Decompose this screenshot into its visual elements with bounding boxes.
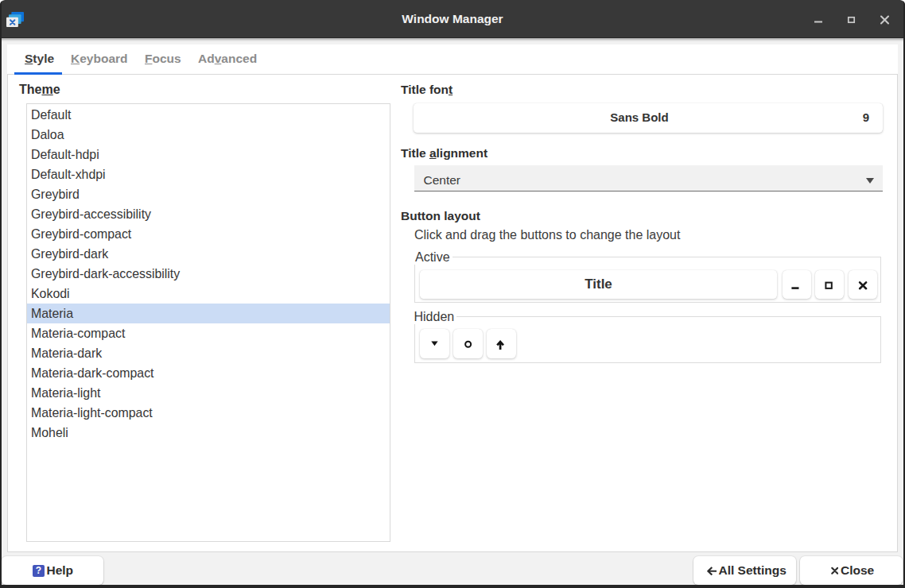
theme-list-item[interactable]: Kokodi [27, 284, 390, 304]
theme-label: Theme [19, 83, 60, 97]
layout-minimize-icon [783, 270, 811, 299]
theme-list-item[interactable]: Greybird-compact [27, 224, 390, 244]
title-font-label: Title font [401, 83, 452, 97]
tab-advanced[interactable]: Advanced [188, 44, 267, 74]
font-size: 9 [863, 103, 869, 133]
theme-list-item[interactable]: Materia-compact [27, 323, 390, 343]
layout-maximize-button[interactable] [815, 270, 844, 299]
back-arrow-icon [707, 567, 717, 576]
button-layout-label: Button layout [401, 209, 480, 223]
layout-menu-button[interactable] [420, 329, 449, 358]
hidden-frame-legend: Hidden [412, 310, 457, 324]
theme-list-item[interactable]: Greybird-accessibility [27, 204, 390, 224]
tab-keyboard[interactable]: Keyboard [60, 44, 138, 74]
font-name: Sans Bold [414, 103, 865, 133]
close-x-icon [831, 567, 839, 575]
theme-list-item[interactable]: Materia-dark [27, 343, 390, 363]
all-settings-button[interactable]: All Settings [693, 556, 796, 585]
close-icon [873, 0, 897, 38]
hidden-buttons-frame [414, 316, 881, 363]
tab-style[interactable]: Style [14, 44, 64, 74]
all-settings-label: All Settings [719, 556, 787, 585]
title-font-button[interactable]: Sans Bold 9 [414, 103, 883, 133]
theme-list-item[interactable]: Default-hdpi [27, 145, 390, 164]
theme-list-item[interactable]: Daloa [27, 125, 390, 145]
layout-minimize-button[interactable] [783, 270, 811, 299]
layout-title-button[interactable]: Title [420, 270, 777, 299]
active-frame-legend: Active [413, 250, 452, 265]
close-label: Close [841, 556, 874, 585]
window-manager-dialog: Window Manager Style Keyboard Focus Adva… [0, 0, 905, 588]
theme-list[interactable]: DefaultDaloaDefault-hdpiDefault-xhdpiGre… [26, 103, 390, 542]
theme-list-item[interactable]: Materia [27, 304, 390, 323]
shade-icon [487, 329, 516, 358]
layout-maximize-icon [815, 270, 844, 299]
chevron-down-icon [866, 178, 874, 184]
theme-list-item[interactable]: Materia-light-compact [27, 403, 390, 423]
help-icon: ? [33, 565, 45, 577]
theme-list-item[interactable]: Materia-dark-compact [27, 363, 390, 383]
theme-list-item[interactable]: Default [27, 105, 390, 125]
stick-icon [453, 329, 483, 358]
menu-icon [420, 329, 449, 358]
minimize-icon [806, 0, 830, 38]
help-button[interactable]: ? Help [2, 556, 103, 585]
button-layout-hint: Click and drag the buttons to change the… [414, 228, 680, 242]
title-alignment-combobox[interactable]: Center [414, 165, 883, 191]
window-border-bottom [0, 585, 905, 588]
layout-stick-button[interactable] [453, 329, 483, 358]
titlebar-minimize-button[interactable] [806, 0, 830, 38]
title-alignment-label: Title alignment [401, 146, 487, 161]
theme-list-item[interactable]: Moheli [27, 423, 390, 443]
combobox-value: Center [424, 165, 461, 191]
theme-list-item[interactable]: Materia-light [27, 383, 390, 403]
theme-list-item[interactable]: Default-xhdpi [27, 164, 390, 184]
layout-close-button[interactable] [849, 270, 877, 299]
help-label: Help [47, 556, 74, 585]
theme-list-item[interactable]: Greybird [27, 184, 390, 204]
titlebar-maximize-button[interactable] [840, 0, 864, 38]
maximize-icon [840, 0, 864, 38]
close-button[interactable]: Close [800, 556, 903, 585]
layout-close-icon [849, 270, 877, 299]
theme-list-item[interactable]: Greybird-dark-accessibility [27, 264, 390, 284]
titlebar-close-button[interactable] [873, 0, 897, 38]
layout-shade-button[interactable] [487, 329, 516, 358]
active-tab-indicator [14, 72, 62, 75]
titlebar[interactable]: Window Manager [0, 0, 905, 38]
window-title: Window Manager [0, 0, 905, 38]
theme-list-item[interactable]: Greybird-dark [27, 244, 390, 264]
tab-focus[interactable]: Focus [134, 44, 192, 74]
window-border-left [0, 0, 2, 588]
